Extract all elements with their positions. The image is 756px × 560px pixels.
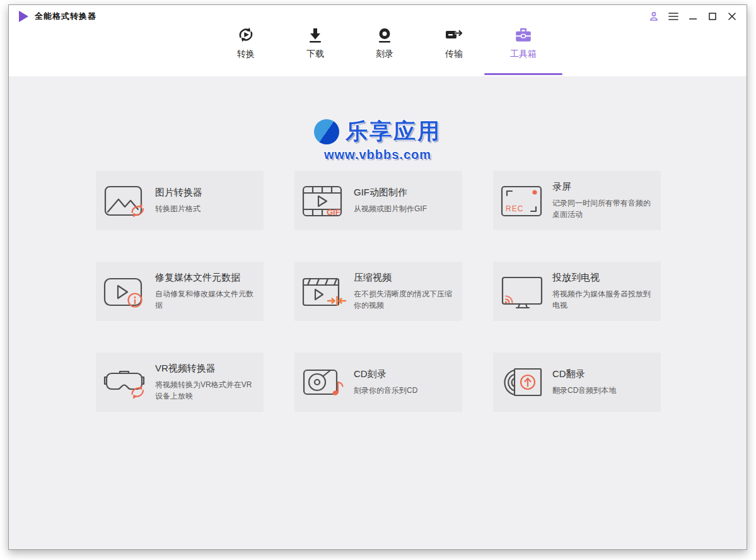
screen-record-icon: REC xyxy=(493,181,552,220)
watermark-title: 乐享应用 xyxy=(346,117,441,146)
svg-text:GIF: GIF xyxy=(327,207,340,217)
cd-rip-icon xyxy=(493,363,552,402)
tab-transfer[interactable]: 传输 xyxy=(419,26,489,60)
watermark: 乐享应用 www.vbbbs.com xyxy=(314,117,441,162)
fix-metadata-icon xyxy=(96,272,155,311)
tool-desc: 记录同一时间所有带有音频的桌面活动 xyxy=(552,197,654,220)
cd-burn-icon xyxy=(294,363,354,402)
main-nav: 转换 下载 刻录 xyxy=(211,26,558,60)
svg-text:REC: REC xyxy=(506,204,523,213)
tool-card-vr-converter[interactable]: VR视频转换器 将视频转换为VR格式并在VR设备上放映 xyxy=(96,353,264,412)
tool-grid: 图片转换器 转换图片格式 xyxy=(96,171,661,412)
tool-desc: 将视频转换为VR格式并在VR设备上放映 xyxy=(155,379,257,402)
maximize-button[interactable] xyxy=(707,11,718,22)
tool-title: CD刻录 xyxy=(354,368,456,380)
watermark-url: www.vbbbs.com xyxy=(324,148,431,162)
tool-card-image-converter[interactable]: 图片转换器 转换图片格式 xyxy=(96,171,264,230)
image-converter-icon xyxy=(96,181,155,220)
vr-converter-icon xyxy=(96,363,155,402)
tab-toolbox[interactable]: 工具箱 xyxy=(489,26,558,60)
tool-title: GIF动图制作 xyxy=(354,187,456,199)
tool-desc: 自动修复和修改媒体文件元数据 xyxy=(155,288,257,311)
tool-card-cast-to-tv[interactable]: 投放到电视 将视频作为媒体服务器投放到电视 xyxy=(493,262,661,321)
toolbox-content: 乐享应用 www.vbbbs.com 图片转换器 xyxy=(9,76,747,549)
tool-title: 压缩视频 xyxy=(354,272,456,284)
tool-title: 录屏 xyxy=(552,181,654,193)
tab-label: 传输 xyxy=(445,49,463,60)
tab-label: 工具箱 xyxy=(510,49,537,60)
tool-desc: 在不损失清晰度的情况下压缩你的视频 xyxy=(354,288,456,311)
cast-to-tv-icon xyxy=(493,272,552,311)
menu-icon[interactable] xyxy=(668,11,679,22)
toolbox-icon xyxy=(514,26,533,44)
tab-download[interactable]: 下载 xyxy=(281,26,350,60)
window-controls xyxy=(648,11,738,22)
tab-label: 转换 xyxy=(237,49,255,60)
tool-card-gif-maker[interactable]: GIF GIF动图制作 从视频或图片制作GIF xyxy=(294,171,462,230)
watermark-logo-icon xyxy=(314,119,339,144)
tool-title: VR视频转换器 xyxy=(155,363,257,375)
compress-video-icon xyxy=(294,272,354,311)
tool-card-compress-video[interactable]: 压缩视频 在不损失清晰度的情况下压缩你的视频 xyxy=(294,262,462,321)
app-logo-play-icon xyxy=(18,10,29,23)
user-account-icon[interactable] xyxy=(648,11,660,22)
app-window: 全能格式转换器 xyxy=(8,4,747,550)
close-button[interactable] xyxy=(726,11,738,22)
tool-desc: 将视频作为媒体服务器投放到电视 xyxy=(552,288,654,311)
tab-label: 下载 xyxy=(306,49,324,60)
tool-desc: 刻录你的音乐到CD xyxy=(354,385,456,396)
gif-maker-icon: GIF xyxy=(294,181,354,220)
tool-card-cd-burn[interactable]: CD刻录 刻录你的音乐到CD xyxy=(294,353,462,412)
convert-icon xyxy=(236,26,255,44)
tool-title: CD翻录 xyxy=(552,368,654,380)
transfer-icon xyxy=(444,26,464,44)
tool-card-fix-metadata[interactable]: 修复媒体文件元数据 自动修复和修改媒体文件元数据 xyxy=(96,262,264,321)
tab-label: 刻录 xyxy=(376,49,393,60)
tool-card-cd-rip[interactable]: CD翻录 翻录CD音频到本地 xyxy=(493,353,661,412)
tool-title: 修复媒体文件元数据 xyxy=(155,272,257,284)
tool-desc: 翻录CD音频到本地 xyxy=(552,385,654,396)
download-icon xyxy=(306,26,324,44)
tool-title: 投放到电视 xyxy=(552,272,654,284)
tab-convert[interactable]: 转换 xyxy=(211,26,281,60)
tool-card-screen-record[interactable]: REC 录屏 记录同一时间所有带有音频的桌面活动 xyxy=(493,171,661,230)
burn-disc-icon xyxy=(376,26,393,44)
tool-desc: 从视频或图片制作GIF xyxy=(354,203,456,214)
tab-burn[interactable]: 刻录 xyxy=(350,26,419,60)
tool-title: 图片转换器 xyxy=(155,187,257,199)
active-tab-underline xyxy=(484,73,562,75)
tool-desc: 转换图片格式 xyxy=(155,203,257,214)
header: 全能格式转换器 xyxy=(9,5,747,76)
app-title: 全能格式转换器 xyxy=(35,11,96,22)
title-bar: 全能格式转换器 xyxy=(9,5,747,28)
minimize-button[interactable] xyxy=(687,11,699,22)
